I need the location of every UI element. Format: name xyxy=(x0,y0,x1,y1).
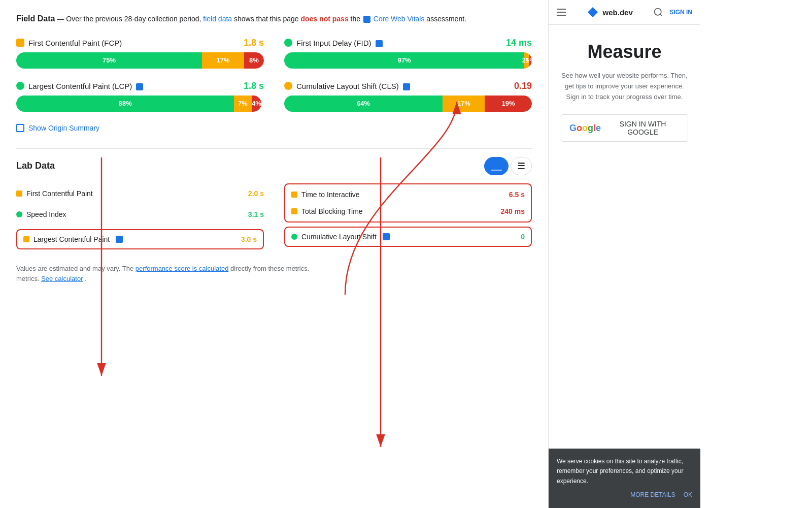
lab-lcp-name: Largest Contentful Paint xyxy=(23,235,241,243)
svg-marker-1 xyxy=(588,7,598,17)
footer-note: Values are estimated and may vary. The p… xyxy=(16,264,532,285)
lcp-cwv-badge xyxy=(136,83,143,90)
sign-in-btn[interactable]: SIGN IN xyxy=(669,9,692,16)
cls-value: 0.19 xyxy=(514,81,532,91)
field-data-header: Field Data — Over the previous 28-day co… xyxy=(16,12,532,25)
cls-cwv-badge xyxy=(403,83,410,90)
lcp-bar-red: 4% xyxy=(252,96,262,112)
perf-score-link[interactable]: performance score is calculated xyxy=(136,265,229,272)
lcp-bar: 88% 7% 4% xyxy=(16,96,264,112)
metric-cls: Cumulative Layout Shift (CLS) 0.19 64% 1… xyxy=(284,81,532,112)
lab-tti-icon xyxy=(291,192,297,198)
lcp-icon xyxy=(16,82,24,90)
lab-lcp-icon xyxy=(23,236,29,242)
cookie-banner: We serve cookies on this site to analyze… xyxy=(549,449,700,508)
section-divider xyxy=(16,148,532,149)
header-desc2: shows that this page xyxy=(234,15,301,23)
field-metrics-grid: First Contentful Paint (FCP) 1.8 s 75% 1… xyxy=(16,38,532,112)
lab-cls-icon xyxy=(291,234,297,240)
lab-si-icon xyxy=(16,211,22,217)
lab-lcp-cwv-badge xyxy=(116,236,123,243)
lab-cls-name: Cumulative Layout Shift xyxy=(291,233,521,241)
fid-cwv-badge xyxy=(376,40,383,47)
cls-name: Cumulative Layout Shift (CLS) xyxy=(296,82,514,90)
lab-right-column: Time to Interactive 6.5 s Total Blocking… xyxy=(284,183,532,251)
cls-bar-green: 64% xyxy=(284,96,443,112)
measure-desc: See how well your website performs. Then… xyxy=(561,71,688,102)
toggle-list-btn[interactable]: ☰ xyxy=(511,157,532,175)
hamburger-menu[interactable] xyxy=(557,9,566,16)
lab-data-section: Lab Data ⎯⎯ ☰ First Contentful Paint 2.0 xyxy=(16,157,532,251)
sidebar-actions: SIGN IN xyxy=(653,7,692,17)
toggle-bar-btn[interactable]: ⎯⎯ xyxy=(484,157,509,175)
lab-tti-name: Time to Interactive xyxy=(291,190,509,199)
cls-bar-red: 19% xyxy=(485,96,532,112)
metric-fid: First Input Delay (FID) 14 ms 97% 2% 1% xyxy=(284,38,532,69)
search-icon[interactable] xyxy=(653,7,663,17)
lab-si-value: 3.1 s xyxy=(248,210,264,218)
webdev-logo xyxy=(587,6,599,18)
cookie-actions: MORE DETAILS OK xyxy=(557,490,692,500)
sidebar-brand: web.dev xyxy=(587,6,633,18)
lab-cls-cwv-badge xyxy=(383,233,390,240)
metric-lcp: Largest Contentful Paint (LCP) 1.8 s 88%… xyxy=(16,81,264,112)
lab-fcp-icon xyxy=(16,190,22,197)
lcp-name: Largest Contentful Paint (LCP) xyxy=(28,82,244,90)
lab-cls-row: Cumulative Layout Shift 0 xyxy=(284,227,532,247)
cwv-link[interactable]: Core Web Vitals xyxy=(374,15,425,23)
cwv-icon xyxy=(363,16,370,23)
lcp-bar-green: 88% xyxy=(16,96,234,112)
footer-text1: Values are estimated and may vary. The xyxy=(16,265,136,272)
field-data-link[interactable]: field data xyxy=(203,15,232,23)
fcp-value: 1.8 s xyxy=(244,38,264,48)
lab-tbt-row: Total Blocking Time 240 ms xyxy=(285,203,531,221)
sidebar-body: Measure See how well your website perfor… xyxy=(549,25,700,158)
brand-name: web.dev xyxy=(603,8,633,17)
header-desc3: the xyxy=(351,15,362,23)
fid-icon xyxy=(284,39,292,47)
lab-tbt-value: 240 ms xyxy=(501,207,525,215)
lcp-value: 1.8 s xyxy=(244,81,264,91)
lab-tbt-name: Total Blocking Time xyxy=(291,207,501,215)
svg-line-3 xyxy=(660,14,662,16)
cookie-more-link[interactable]: MORE DETAILS xyxy=(630,490,675,500)
google-signin-btn[interactable]: Google SIGN IN WITH GOOGLE xyxy=(561,114,688,142)
origin-summary-link[interactable]: Show Origin Summary xyxy=(28,124,99,132)
fid-bar-green: 97% xyxy=(284,52,524,69)
origin-summary-row[interactable]: Show Origin Summary xyxy=(16,124,532,132)
field-data-label: Field Data xyxy=(16,14,55,23)
calculator-link[interactable]: See calculator xyxy=(41,275,83,282)
cookie-ok-btn[interactable]: OK xyxy=(684,490,692,500)
cookie-text: We serve cookies on this site to analyze… xyxy=(557,457,692,486)
lab-fcp-row: First Contentful Paint 2.0 s xyxy=(16,183,264,204)
sidebar-topbar: web.dev SIGN IN xyxy=(549,0,700,25)
footer-period: . xyxy=(85,275,87,282)
google-logo: Google xyxy=(569,123,601,134)
lab-metrics-grid: First Contentful Paint 2.0 s Speed Index… xyxy=(16,183,532,251)
fid-name: First Input Delay (FID) xyxy=(296,39,506,47)
lab-tti-row: Time to Interactive 6.5 s xyxy=(285,184,531,203)
fid-value: 14 ms xyxy=(506,38,532,48)
view-toggle: ⎯⎯ ☰ xyxy=(484,157,532,175)
lab-left-column: First Contentful Paint 2.0 s Speed Index… xyxy=(16,183,264,251)
cls-icon xyxy=(284,82,292,90)
lcp-bar-orange: 7% xyxy=(234,96,251,112)
lab-lcp-value: 3.0 s xyxy=(241,235,257,243)
cls-bar-orange: 17% xyxy=(443,96,485,112)
lab-data-title: Lab Data xyxy=(16,161,55,171)
does-not-pass: does not pass xyxy=(301,15,349,23)
lab-tti-tbt-group: Time to Interactive 6.5 s Total Blocking… xyxy=(284,183,532,223)
fcp-bar-orange: 17% xyxy=(202,52,244,69)
lab-si-row: Speed Index 3.1 s xyxy=(16,204,264,225)
lab-lcp-row: Largest Contentful Paint 3.0 s xyxy=(16,229,264,249)
origin-summary-checkbox[interactable] xyxy=(16,124,24,132)
measure-title: Measure xyxy=(561,41,688,62)
fcp-bar-green: 75% xyxy=(16,52,202,69)
header-desc1: — Over the previous 28-day collection pe… xyxy=(57,15,203,23)
lab-si-name: Speed Index xyxy=(16,210,248,218)
google-signin-label: SIGN IN WITH GOOGLE xyxy=(606,120,680,136)
lab-fcp-name: First Contentful Paint xyxy=(16,189,248,198)
svg-point-2 xyxy=(655,9,661,15)
lab-data-header: Lab Data ⎯⎯ ☰ xyxy=(16,157,532,175)
header-desc4: assessment. xyxy=(426,15,466,23)
